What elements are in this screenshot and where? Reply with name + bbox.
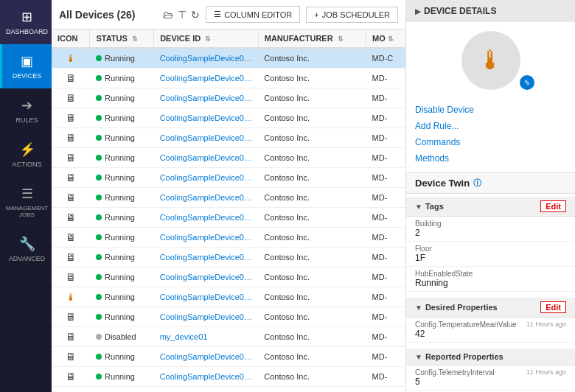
cell-model: MD- bbox=[366, 69, 405, 88]
desired-edit-button[interactable]: Edit bbox=[540, 301, 566, 313]
table-row[interactable]: 🖥RunningCoolingSampleDevice013_979Contos… bbox=[52, 108, 405, 128]
cell-device-id: CoolingSampleDevice015_979 bbox=[154, 248, 259, 267]
collapse-icon: ▼ bbox=[415, 203, 422, 211]
cell-manufacturer: Contoso Inc. bbox=[258, 327, 366, 347]
add-rule-link[interactable]: Add Rule... bbox=[415, 118, 566, 134]
cell-model: MD- bbox=[366, 267, 405, 287]
cell-status: Disabled bbox=[90, 327, 154, 347]
toolbar-icons: 🗁 ⊤ ↻ bbox=[163, 9, 200, 21]
thermometer-icon: 🌡 bbox=[66, 291, 76, 303]
table-row[interactable]: 🖥RunningCoolingSampleDevice007_979Contos… bbox=[52, 347, 405, 367]
refresh-icon[interactable]: ↻ bbox=[191, 9, 200, 21]
desired-temp-meta: 11 Hours ago bbox=[526, 321, 566, 328]
cell-manufacturer: Contoso Inc. bbox=[258, 347, 366, 367]
table-row[interactable]: 🖥RunningCoolingSampleDevice022_979Contos… bbox=[52, 168, 405, 188]
cell-icon: 🖥 bbox=[52, 267, 90, 287]
cell-device-id: CoolingSampleDevice001_979 bbox=[154, 48, 259, 69]
desired-header[interactable]: ▼ Desired Properties Edit bbox=[406, 298, 575, 318]
tags-section: ▼ Tags Edit Building 2 Floor 1F HubEnabl… bbox=[406, 194, 575, 295]
sidebar-item-dashboard[interactable]: ⊞ DASHBOARD bbox=[0, 0, 52, 44]
job-scheduler-button[interactable]: + JOB SCHEDULER bbox=[306, 7, 398, 23]
cell-manufacturer: Contoso Inc. bbox=[258, 128, 366, 148]
reported-header[interactable]: ▼ Reported Properties bbox=[406, 349, 575, 365]
cell-manufacturer: Contoso Inc. bbox=[258, 88, 366, 108]
folder-icon[interactable]: 🗁 bbox=[163, 9, 173, 21]
sidebar-item-devices[interactable]: ▣ DEVICES bbox=[0, 44, 52, 88]
col-icon[interactable]: ICON bbox=[52, 29, 90, 48]
table-row[interactable]: 🖥RunningCoolingSampleDevice012_979Contos… bbox=[52, 228, 405, 248]
status-dot bbox=[96, 55, 102, 61]
sidebar-item-rules[interactable]: ➔ RULES bbox=[0, 88, 52, 133]
table-row[interactable]: 🖥RunningCoolingSampleDevice006_979Contos… bbox=[52, 148, 405, 168]
col-manufacturer[interactable]: MANUFACTURER ⇅ bbox=[258, 29, 366, 48]
table-row[interactable]: 🖥RunningCoolingSampleDevice018_979Contos… bbox=[52, 267, 405, 287]
cell-model: MD-C bbox=[366, 48, 405, 69]
cell-device-id: CoolingSampleDevice013_979 bbox=[154, 108, 259, 128]
cell-status: Running bbox=[90, 307, 154, 327]
cell-icon: 🖥 bbox=[52, 208, 90, 228]
col-status[interactable]: STATUS ⇅ bbox=[90, 29, 154, 48]
table-row[interactable]: 🖥RunningCoolingSampleDevice020_979Contos… bbox=[52, 128, 405, 148]
sidebar-item-actions[interactable]: ⚡ ACTIONS bbox=[0, 133, 52, 177]
cell-manufacturer: Contoso Inc. bbox=[258, 188, 366, 208]
status-dot bbox=[96, 334, 102, 340]
device-icon: 🖥 bbox=[66, 231, 76, 243]
cell-status: Running bbox=[90, 69, 154, 88]
desired-label: ▼ Desired Properties bbox=[415, 303, 498, 312]
tags-building: Building 2 bbox=[406, 217, 575, 242]
cell-device-id: CoolingSampleDevice020_979 bbox=[154, 128, 259, 148]
table-row[interactable]: 🖥RunningCoolingSampleDevice015_979Contos… bbox=[52, 248, 405, 267]
table-row[interactable]: 🖥RunningCoolingSampleDevice025_979Contos… bbox=[52, 188, 405, 208]
sidebar-item-label: RULES bbox=[15, 116, 38, 124]
table-row[interactable]: 🖥RunningCoolingSampleDevice005_979Contos… bbox=[52, 88, 405, 108]
cell-manufacturer: Contoso Inc. bbox=[258, 367, 366, 387]
cell-device-id: my_device01 bbox=[154, 327, 259, 347]
table-row[interactable]: 🖥RunningCoolingSampleDevice004_979Contos… bbox=[52, 307, 405, 327]
table-header-row: ICON STATUS ⇅ DEVICE ID ⇅ MANUFACTURER ⇅… bbox=[52, 29, 405, 48]
filter-icon[interactable]: ⊤ bbox=[178, 9, 187, 21]
cell-icon: 🖥 bbox=[52, 108, 90, 128]
cell-status: Running bbox=[90, 88, 154, 108]
sidebar-item-management-jobs[interactable]: ☰ MANAGEMENT JOBS bbox=[0, 177, 52, 227]
edit-badge[interactable]: ✎ bbox=[520, 75, 534, 90]
cell-model: MD- bbox=[366, 128, 405, 148]
cell-manufacturer: Contoso Inc. bbox=[258, 69, 366, 88]
commands-link[interactable]: Commands bbox=[415, 134, 566, 150]
device-icon: 🖥 bbox=[66, 351, 76, 363]
cell-device-id: CoolingSampleDevice018_979 bbox=[154, 267, 259, 287]
cell-manufacturer: Contoso Inc. bbox=[258, 108, 366, 128]
tags-header[interactable]: ▼ Tags Edit bbox=[406, 197, 575, 217]
cell-icon: 🖥 bbox=[52, 69, 90, 88]
column-editor-button[interactable]: ☰ COLUMN EDITOR bbox=[206, 6, 300, 23]
advanced-icon: 🔧 bbox=[19, 236, 35, 252]
col-device-id[interactable]: DEVICE ID ⇅ bbox=[154, 29, 259, 48]
status-dot bbox=[96, 234, 102, 240]
device-table-area[interactable]: ICON STATUS ⇅ DEVICE ID ⇅ MANUFACTURER ⇅… bbox=[52, 29, 405, 392]
device-circle: 🌡 bbox=[461, 31, 520, 90]
table-row[interactable]: 🌡RunningCoolingSampleDevice002_979Contos… bbox=[52, 287, 405, 307]
device-icon: 🖥 bbox=[66, 371, 76, 382]
cell-model: MD- bbox=[366, 148, 405, 168]
cell-status: Running bbox=[90, 188, 154, 208]
thermometer-icon: 🌡 bbox=[478, 45, 504, 76]
table-row[interactable]: 🌡RunningCoolingSampleDevice001_979Contos… bbox=[52, 48, 405, 69]
tags-edit-button[interactable]: Edit bbox=[540, 200, 566, 212]
status-dot bbox=[96, 135, 102, 141]
sidebar-item-label: DASHBOARD bbox=[6, 28, 48, 35]
table-row[interactable]: 🖥RunningCoolingSampleDevice023_979Contos… bbox=[52, 69, 405, 88]
table-row[interactable]: 🖥RunningCoolingSampleDevice021_979Contos… bbox=[52, 367, 405, 387]
methods-link[interactable]: Methods bbox=[415, 150, 566, 167]
tags-label: ▼ Tags bbox=[415, 202, 444, 211]
col-model[interactable]: MO⇅ bbox=[366, 29, 405, 48]
info-icon[interactable]: ⓘ bbox=[473, 178, 481, 189]
status-text: Running bbox=[105, 54, 135, 63]
table-row[interactable]: 🖥Disabledmy_device01Contoso Inc.MD- bbox=[52, 327, 405, 347]
sidebar-item-advanced[interactable]: 🔧 ADVANCED bbox=[0, 227, 52, 271]
disable-device-link[interactable]: Disable Device bbox=[415, 102, 566, 118]
cell-manufacturer: Contoso Inc. bbox=[258, 148, 366, 168]
status-text: Running bbox=[105, 153, 135, 162]
status-dot bbox=[96, 314, 102, 320]
table-row[interactable]: 🖥RunningCoolingSampleDevice010_979Contos… bbox=[52, 208, 405, 228]
device-visual: 🌡 ✎ bbox=[406, 22, 575, 99]
cell-model: MD- bbox=[366, 168, 405, 188]
